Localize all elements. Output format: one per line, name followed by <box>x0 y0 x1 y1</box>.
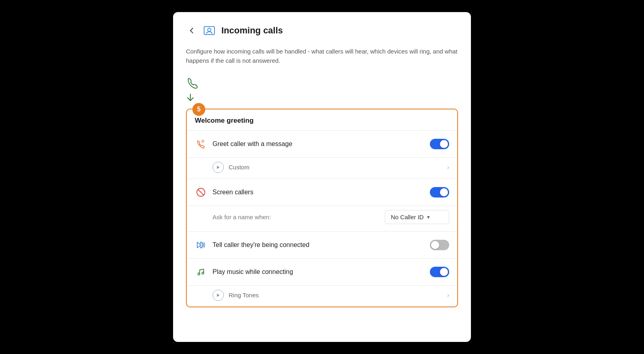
phone-icon <box>186 77 199 90</box>
custom-chevron-icon: › <box>447 164 449 171</box>
svg-point-1 <box>208 28 211 31</box>
phone-icon-row <box>186 77 458 91</box>
dropdown-chevron-icon: ▾ <box>427 214 430 220</box>
screen-callers-toggle[interactable] <box>430 187 449 198</box>
back-button[interactable] <box>186 25 197 36</box>
welcome-greeting-card: 5 Welcome greeting Greet caller with a m… <box>186 109 458 307</box>
play-music-icon <box>195 266 207 278</box>
ring-tones-play-icon <box>213 290 224 301</box>
tell-caller-row: Tell caller they're being connected <box>187 232 457 259</box>
tell-caller-label: Tell caller they're being connected <box>213 241 424 249</box>
greet-caller-row: Greet caller with a message <box>187 131 457 158</box>
flow-arrow <box>186 93 458 104</box>
tell-caller-toggle[interactable] <box>430 240 449 250</box>
greet-caller-toggle[interactable] <box>430 139 449 149</box>
svg-marker-3 <box>197 242 202 248</box>
play-music-row: Play music while connecting <box>187 259 457 286</box>
settings-list: Greet caller with a message Custom › <box>187 131 457 307</box>
play-music-label: Play music while connecting <box>213 268 424 276</box>
main-panel: Incoming calls Configure how incoming ca… <box>173 12 471 342</box>
greet-caller-label: Greet caller with a message <box>213 140 424 148</box>
svg-point-4 <box>198 273 200 275</box>
ring-tones-chevron-icon: › <box>447 292 449 299</box>
page-title: Incoming calls <box>221 25 283 36</box>
incoming-calls-icon <box>202 23 217 38</box>
svg-point-5 <box>202 272 204 274</box>
ring-tones-sub-row[interactable]: Ring Tones › <box>187 286 457 307</box>
greet-caller-icon <box>195 138 207 150</box>
screen-callers-label: Screen callers <box>213 189 424 196</box>
caller-id-value: No Caller ID <box>391 214 424 220</box>
ring-tones-label: Ring Tones <box>229 292 442 298</box>
step-badge: 5 <box>192 103 205 116</box>
page-header: Incoming calls <box>186 23 458 38</box>
play-music-toggle[interactable] <box>430 267 449 277</box>
ask-name-sub-row: Ask for a name when: No Caller ID ▾ <box>187 206 457 232</box>
screen-callers-row: Screen callers <box>187 179 457 206</box>
custom-play-icon <box>213 162 224 173</box>
ask-for-name-label: Ask for a name when: <box>213 214 380 220</box>
greeting-label: Welcome greeting <box>187 109 457 131</box>
tell-caller-icon <box>195 239 207 251</box>
caller-id-dropdown[interactable]: No Caller ID ▾ <box>385 210 449 224</box>
screen-callers-icon <box>195 186 207 198</box>
custom-label: Custom <box>229 164 442 171</box>
custom-sub-row[interactable]: Custom › <box>187 158 457 179</box>
page-description: Configure how incoming calls will be han… <box>186 47 458 66</box>
